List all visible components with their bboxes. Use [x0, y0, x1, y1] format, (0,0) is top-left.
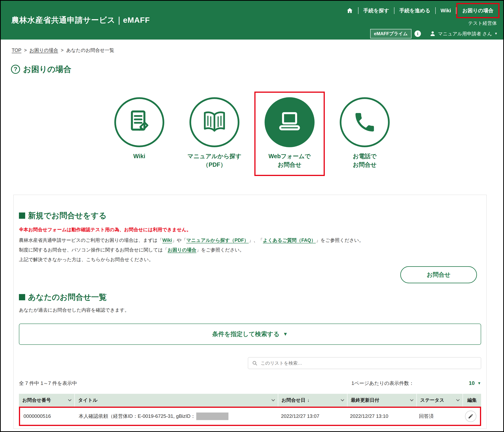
inquiry-button[interactable]: お問合せ: [400, 266, 477, 283]
label-line: Webフォームで: [269, 152, 311, 161]
inquiry-list-description: あなたが過去にお問合せした内容を確認できます。: [19, 307, 481, 313]
paragraph-line: 制度に関するお問合せ、パソコン操作に関するお問合せに関しては「お困りの場合」をご…: [19, 245, 481, 255]
sort-chevron-icon: [341, 398, 344, 401]
cell-edit: [462, 411, 480, 422]
edit-button[interactable]: [465, 411, 476, 422]
nav-proceed-procedure[interactable]: 手続を進める: [394, 4, 435, 17]
breadcrumb: TOP > お困りの場合 > あなたのお問合せ一覧: [12, 47, 503, 53]
nav-help[interactable]: お困りの場合: [456, 3, 499, 18]
sort-chevron-icon: [271, 398, 275, 401]
help-option-label: Webフォームで お問合せ: [269, 152, 311, 169]
label-line: お問合せ: [269, 161, 311, 169]
text-segment: 農林水産省共通申請サービスのご利用でお困りの場合は、まずは「: [19, 237, 162, 243]
user-name: マニュアル用申請者 さん: [438, 31, 492, 37]
cell-title-text: 本人確認依頼（経営体ID：E-0019-6725-31, gBizID：: [79, 413, 196, 420]
col-header-label: 編集: [467, 397, 477, 403]
test-warning-text: ※本お問合せフォームは動作確認テスト用の為、お問合せには利用できません。: [19, 226, 481, 233]
book-icon: [189, 97, 239, 147]
help-page-link[interactable]: お困りの場合: [168, 247, 197, 252]
breadcrumb-current: あなたのお問合せ一覧: [66, 47, 114, 53]
breadcrumb-separator: >: [24, 47, 27, 53]
help-options: Wiki マニュアルから探す （PDF） Webフォーム: [1, 97, 503, 169]
help-option-manual-pdf[interactable]: マニュアルから探す （PDF）: [182, 97, 247, 169]
label-line: （PDF）: [188, 161, 242, 169]
count-row: 全 7 件中 1～7 件を表示中 1ページあたりの表示件数： 10 ▼: [19, 380, 481, 387]
document-pencil-icon: [114, 97, 164, 147]
col-header-label: ステータス: [420, 397, 444, 403]
help-option-webform[interactable]: Webフォームで お問合せ: [254, 92, 325, 176]
content-panel: 新規でお問合せをする ※本お問合せフォームは動作確認テスト用の為、お問合せには利…: [13, 195, 486, 429]
chevron-down-icon: ▼: [477, 381, 481, 386]
cell-status: 回答済: [416, 413, 462, 420]
text-segment: 制度に関するお問合せ、パソコン操作に関するお問合せに関しては「: [19, 247, 168, 252]
result-count: 全 7 件中 1～7 件を表示中: [19, 380, 77, 387]
paragraph-line: 上記で解決できなかった方は、こちらからお問合せください。: [19, 255, 481, 264]
info-icon-glyph: i: [417, 31, 418, 36]
col-header-status[interactable]: ステータス: [416, 394, 463, 407]
label-line: Wiki: [133, 152, 145, 161]
heading-text: あなたのお問合せ一覧: [28, 292, 107, 302]
help-option-wiki[interactable]: Wiki: [107, 97, 171, 161]
col-header-inquiry-date[interactable]: お問合せ日 ↓: [278, 394, 347, 407]
label-line: お問合せ: [353, 161, 377, 169]
breadcrumb-separator: >: [61, 47, 63, 53]
header-right: 手続を探す 手続を進める Wiki お困りの場合 テスト経営体 eMAFFプライ…: [342, 1, 499, 40]
label-line: お電話で: [353, 152, 377, 161]
question-glyph: ?: [14, 66, 18, 73]
manual-pdf-link[interactable]: マニュアルから探す（PDF）: [186, 237, 249, 243]
user-row: eMAFFプライム i マニュアル用申請者 さん ▼: [370, 29, 498, 38]
pencil-icon: [468, 414, 474, 419]
user-menu[interactable]: マニュアル用申請者 さん ▼: [430, 31, 498, 37]
new-inquiry-heading: 新規でお問合せをする: [19, 210, 481, 221]
nav-find-procedure[interactable]: 手続を探す: [359, 4, 394, 17]
cell-inquiry-date: 2022/12/27 13:07: [278, 413, 347, 419]
search-conditions-expander[interactable]: 条件を指定して検索する ▼: [19, 324, 481, 345]
breadcrumb-help[interactable]: お困りの場合: [29, 47, 58, 53]
text-segment: 」、「: [249, 237, 263, 243]
emaff-prime-badge[interactable]: eMAFFプライム: [370, 29, 412, 38]
sort-desc-icon: ↓: [307, 397, 310, 403]
heading-text: 新規でお問合せをする: [28, 210, 107, 221]
wiki-link[interactable]: Wiki: [162, 237, 172, 243]
chevron-down-icon: ▼: [283, 331, 288, 337]
table-row[interactable]: 0000000516 本人確認依頼（経営体ID：E-0019-6725-31, …: [19, 407, 481, 426]
home-button[interactable]: [342, 4, 358, 17]
heading-square-marker: [19, 213, 25, 219]
col-header-label: お問合せ番号: [22, 397, 51, 403]
sort-chevron-icon: [456, 398, 460, 401]
label-line: マニュアルから探す: [188, 152, 242, 161]
cell-inquiry-number[interactable]: 0000000516: [20, 413, 75, 419]
top-nav: 手続を探す 手続を進める Wiki お困りの場合: [342, 3, 499, 18]
help-description: 農林水産省共通申請サービスのご利用でお困りの場合は、まずは「Wiki」や「マニュ…: [19, 235, 481, 264]
sort-chevron-icon: [410, 398, 413, 401]
search-row: [19, 357, 481, 369]
breadcrumb-top[interactable]: TOP: [12, 47, 21, 53]
chevron-down-icon: ▼: [494, 32, 498, 36]
user-icon: [430, 31, 436, 37]
col-header-inquiry-number[interactable]: お問合せ番号: [19, 394, 74, 407]
text-segment: 」をご参照ください。: [316, 237, 364, 243]
per-page-value: 10: [469, 380, 475, 386]
laptop-icon: [265, 97, 315, 147]
cell-updated-date: 2022/12/27 13:10: [347, 413, 416, 419]
col-header-title[interactable]: タイトル: [74, 394, 278, 407]
search-icon: [252, 360, 258, 366]
heading-square-marker: [19, 294, 25, 300]
question-circle-icon: ?: [11, 65, 20, 74]
text-segment: 」や「: [172, 237, 186, 243]
entity-name: テスト経営体: [468, 20, 497, 26]
faq-link[interactable]: よくあるご質問（FAQ）: [263, 237, 316, 243]
app-title: 農林水産省共通申請サービス｜eMAFF: [11, 15, 150, 25]
redaction-box: [196, 413, 228, 420]
per-page-control: 1ページあたりの表示件数： 10 ▼: [351, 380, 481, 387]
text-segment: 」をご参照ください。: [196, 247, 244, 252]
page-title-text: お困りの場合: [23, 64, 71, 75]
info-icon[interactable]: i: [414, 30, 421, 37]
per-page-select[interactable]: 10 ▼: [469, 380, 481, 386]
search-input[interactable]: [261, 360, 477, 366]
help-option-phone[interactable]: お電話で お問合せ: [333, 97, 397, 169]
home-icon: [346, 7, 353, 14]
phone-icon: [340, 97, 390, 147]
col-header-updated-date[interactable]: 最終更新日付: [347, 394, 416, 407]
nav-wiki[interactable]: Wiki: [436, 5, 456, 17]
